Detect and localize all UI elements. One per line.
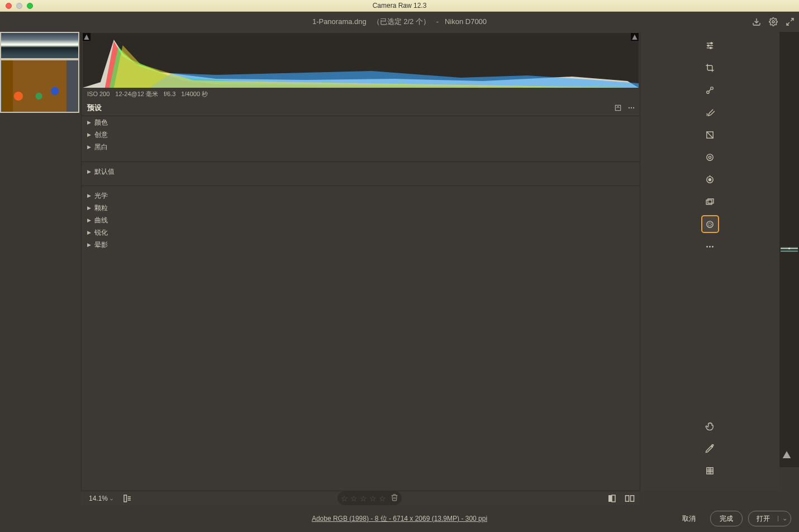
- before-after-single-icon[interactable]: [606, 493, 617, 504]
- filmstrip-panel: [0, 32, 81, 491]
- preset-label: 颜色: [94, 118, 108, 127]
- preset-group-item[interactable]: ▶黑白: [82, 141, 640, 153]
- svg-point-27: [708, 222, 712, 226]
- svg-rect-44: [631, 495, 634, 501]
- svg-point-7: [633, 107, 634, 108]
- preset-group-item[interactable]: ▶创意: [82, 129, 640, 141]
- window-close-button[interactable]: [6, 3, 12, 9]
- camera-model-label: Nikon D7000: [445, 17, 487, 26]
- preset-label: 创意: [94, 130, 108, 140]
- preset-group-item[interactable]: ▶曲线: [82, 214, 640, 226]
- red-eye-tool[interactable]: [702, 172, 718, 187]
- adjustment-brush-tool[interactable]: [702, 104, 718, 120]
- svg-rect-24: [706, 200, 712, 204]
- panel-menu-icon[interactable]: [627, 104, 635, 112]
- grid-tool[interactable]: [702, 463, 718, 478]
- svg-rect-41: [608, 495, 612, 502]
- iso-label: ISO 200: [87, 91, 110, 97]
- presets-tool[interactable]: [702, 216, 718, 232]
- linear-gradient-tool[interactable]: [702, 127, 718, 142]
- document-title: 1-Panorama.dng （已选定 2/2 个） - Nikon D7000: [312, 17, 487, 27]
- bottom-bar: 14.1% ⌵ ☆ ☆ ☆ ☆ ☆: [81, 491, 640, 505]
- svg-rect-42: [612, 495, 615, 502]
- app-frame: 1-Panorama.dng （已选定 2/2 个） - Nikon D7000: [0, 12, 799, 532]
- presets-title: 预设: [87, 103, 102, 113]
- mac-titlebar: Camera Raw 12.3: [0, 0, 799, 12]
- svg-point-12: [707, 45, 709, 46]
- svg-point-11: [711, 42, 712, 44]
- delete-icon[interactable]: [391, 493, 398, 503]
- fullscreen-icon[interactable]: [786, 17, 795, 26]
- preset-label: 晕影: [94, 240, 108, 250]
- svg-point-19: [707, 154, 713, 160]
- header-tools: [752, 17, 795, 26]
- star-icon[interactable]: ☆: [369, 494, 377, 503]
- filmstrip-thumb[interactable]: [1, 33, 78, 58]
- filmstrip-thumb[interactable]: [1, 60, 78, 112]
- create-preset-icon[interactable]: [614, 104, 622, 112]
- crop-tool[interactable]: [702, 60, 718, 75]
- window-minimize-button[interactable]: [16, 3, 22, 9]
- preview-image[interactable]: [781, 247, 798, 252]
- spot-heal-tool[interactable]: [702, 82, 718, 98]
- save-icon[interactable]: [752, 17, 761, 26]
- preset-group-item[interactable]: ▶晕影: [82, 239, 640, 251]
- preset-label: 光学: [94, 191, 108, 201]
- star-icon[interactable]: ☆: [341, 494, 348, 503]
- more-tool[interactable]: [702, 239, 718, 254]
- cancel-button[interactable]: 取消: [673, 511, 705, 526]
- svg-point-31: [712, 444, 714, 446]
- canvas-area[interactable]: [779, 32, 799, 467]
- exif-info: ISO 200 12-24@12 毫米 f/6.3 1/4000 秒: [82, 88, 640, 100]
- histogram[interactable]: ▲ ▲: [83, 33, 639, 88]
- svg-line-18: [707, 131, 713, 137]
- window-maximize-button[interactable]: [27, 3, 33, 9]
- preset-group-item[interactable]: ▶锐化: [82, 226, 640, 239]
- svg-rect-25: [708, 198, 714, 203]
- star-icon[interactable]: ☆: [350, 494, 358, 503]
- preset-label: 锐化: [94, 228, 108, 238]
- right-panel: ▲ ▲ ISO 200 12-24@12 毫米 f/6.3 1/4000 秒 预…: [81, 32, 640, 491]
- svg-point-30: [712, 246, 714, 248]
- zoom-dropdown[interactable]: 14.1% ⌵: [85, 495, 116, 502]
- preset-group-item[interactable]: ▶颗粒: [82, 202, 640, 214]
- star-icon[interactable]: ☆: [379, 494, 386, 503]
- chevron-down-icon[interactable]: ⌵: [778, 516, 791, 521]
- svg-rect-15: [711, 87, 713, 89]
- hand-tool[interactable]: [702, 418, 718, 434]
- filename-label: 1-Panorama.dng: [312, 17, 367, 26]
- preset-label: 颗粒: [94, 203, 108, 213]
- warning-icon[interactable]: [782, 450, 791, 462]
- svg-rect-14: [707, 91, 709, 93]
- svg-rect-37: [124, 495, 127, 502]
- main-body: ▲ ▲ ISO 200 12-24@12 毫米 f/6.3 1/4000 秒 预…: [0, 32, 799, 505]
- svg-rect-43: [626, 495, 629, 501]
- preset-group-item[interactable]: ▶默认值: [82, 165, 640, 178]
- svg-point-22: [708, 178, 711, 180]
- gear-icon[interactable]: [769, 17, 778, 26]
- radial-gradient-tool[interactable]: [702, 149, 718, 165]
- preset-label: 默认值: [94, 167, 115, 177]
- open-button-label: 打开: [749, 514, 778, 524]
- svg-line-3: [787, 22, 790, 25]
- footer: Adobe RGB (1998) - 8 位 - 6714 x 2069 (13…: [0, 505, 799, 532]
- star-icon[interactable]: ☆: [360, 494, 367, 503]
- before-after-split-icon[interactable]: [624, 493, 635, 504]
- footer-buttons: 取消 完成 打开 ⌵: [673, 511, 791, 526]
- tool-column: [640, 32, 779, 491]
- snapshots-tool[interactable]: [702, 194, 718, 210]
- color-sampler-tool[interactable]: [702, 440, 718, 456]
- selection-count-label: （已选定 2/2 个）: [373, 17, 430, 26]
- preset-list: ▶颜色 ▶创意 ▶黑白 ▶默认值 ▶光学 ▶颗粒 ▶曲线 ▶锐化 ▶晕影: [82, 116, 640, 491]
- fit-view-icon[interactable]: [122, 493, 133, 504]
- open-button[interactable]: 打开 ⌵: [748, 511, 791, 526]
- done-button[interactable]: 完成: [710, 511, 743, 526]
- chevron-down-icon: ⌵: [110, 496, 113, 501]
- preset-group-item[interactable]: ▶光学: [82, 189, 640, 202]
- edit-tool[interactable]: [702, 37, 718, 53]
- highlight-clipping-icon[interactable]: ▲: [631, 33, 639, 41]
- preset-group-item[interactable]: ▶颜色: [82, 116, 640, 129]
- aperture-label: f/6.3: [164, 91, 175, 97]
- svg-line-16: [709, 89, 711, 91]
- shadow-clipping-icon[interactable]: ▲: [83, 33, 91, 41]
